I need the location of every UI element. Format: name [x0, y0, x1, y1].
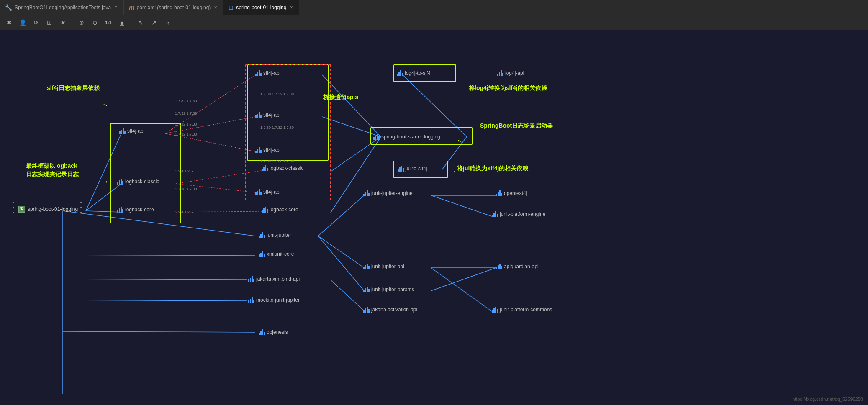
- toolbar-btn-rect[interactable]: ▣: [116, 17, 128, 28]
- svg-line-30: [331, 280, 364, 311]
- node-label-log4j-to-slf4j: log4j-to-slf4j: [405, 70, 432, 76]
- toolbar-btn-refresh[interactable]: ↺: [30, 17, 42, 28]
- root-node: 🏗 spring-boot-01-logging: [18, 206, 78, 213]
- toolbar-btn-grid[interactable]: ⊞: [44, 17, 55, 28]
- svg-line-18: [63, 255, 255, 256]
- arrow-logback: →: [101, 177, 109, 186]
- node-junit-platform-engine: junit-platform-engine: [492, 211, 545, 217]
- toolbar-btn-zoom-out[interactable]: ⊖: [89, 17, 101, 28]
- toolbar-btn-export-left[interactable]: ↖: [135, 17, 146, 28]
- toolbar-btn-person[interactable]: 👤: [17, 17, 28, 28]
- node-jakarta-xml: jakarta.xml.bind-api: [248, 276, 300, 282]
- node-slf4j-api-top: slf4j-api: [255, 70, 280, 76]
- tab-label-2: pom.xml (spring-boot-01-logging): [137, 5, 211, 10]
- toolbar-btn-fit[interactable]: 1:1: [103, 17, 114, 28]
- tab-springboot-tests[interactable]: 🔧 SpringBootO1LoggingApplicationTests.ja…: [0, 0, 124, 15]
- node-slf4j-api-mid: slf4j-api: [255, 112, 280, 118]
- bar-icon-jakarta-xml: [248, 276, 254, 282]
- root-label: spring-boot-01-logging: [28, 206, 78, 212]
- canvas-area[interactable]: slf4j日志抽象层依赖 最终框架以logback日志实现类记录日志 桥接遗留a…: [0, 30, 868, 405]
- bar-icon-jakarta-activation: [363, 307, 370, 313]
- node-xmlunit-core: xmlunit-core: [259, 251, 294, 257]
- toolbar-separator-1: [72, 18, 72, 27]
- node-junit-jupiter-params: junit-jupiter-params: [363, 287, 414, 292]
- node-apiguardian-api: apiguardian-api: [496, 264, 539, 269]
- node-label-logback-classic-right: logback-classic: [270, 165, 303, 171]
- svg-line-19: [63, 279, 247, 280]
- bar-icon-logback-core-right: [262, 207, 268, 213]
- tab-dependency[interactable]: ⊞ spring-boot-01-logging ✕: [223, 0, 299, 15]
- node-label-xmlunit-core: xmlunit-core: [267, 251, 294, 257]
- bar-icon-slf4j-top: [255, 70, 262, 76]
- svg-line-23: [318, 236, 364, 268]
- node-junit-jupiter-engine: junit-jupiter-engine: [363, 190, 413, 196]
- tab-label-3: spring-boot-01-logging: [236, 5, 286, 10]
- tab-close-1[interactable]: ✕: [113, 5, 118, 10]
- bar-icon-mockito: [248, 297, 254, 303]
- tab-label-1: SpringBootO1LoggingApplicationTests.java: [15, 5, 111, 10]
- version-1732-1730: 1.7.32 1.7.30: [175, 99, 197, 103]
- dot4: [80, 202, 82, 203]
- bar-icon-log4j-to-slf4j: [397, 70, 403, 76]
- svg-line-21: [63, 331, 255, 332]
- tab-icon-2: m: [129, 4, 134, 11]
- toolbar-btn-print[interactable]: 🖨: [162, 17, 173, 28]
- bar-icon-xmlunit-core: [259, 251, 265, 257]
- svg-line-20: [63, 300, 247, 301]
- svg-line-24: [318, 236, 364, 291]
- node-junit-jupiter: junit-jupiter: [259, 232, 291, 238]
- node-label-logback-core-left: logback-core: [125, 207, 154, 213]
- label-log4j-convert: 将log4j转换为slf4j的相关依赖: [469, 85, 547, 92]
- dot6: [80, 212, 82, 213]
- toolbar-separator-2: [131, 18, 131, 27]
- bar-icon-jul-to-slf4j: [398, 166, 404, 172]
- toolbar-btn-eye[interactable]: 👁: [57, 17, 69, 28]
- version-1730-1732: 1.7.32 1.7.30: [175, 122, 197, 126]
- node-label-logback-classic-left: logback-classic: [125, 179, 159, 185]
- node-label-slf4j-top: slf4j-api: [263, 70, 280, 76]
- node-opentest4j: opentest4j: [496, 190, 527, 196]
- node-junit-platform-commons: junit-platform-commons: [492, 307, 552, 313]
- version-top-1730: 1.7.30 1.7.32 1.7.30: [260, 92, 294, 96]
- bar-icon-slf4j-small: [255, 189, 262, 195]
- bar-icon-spring-boot-logging: [373, 134, 380, 140]
- node-log4j-to-slf4j: log4j-to-slf4j: [397, 70, 432, 76]
- node-junit-jupiter-api: junit-jupiter-api: [363, 264, 404, 269]
- bar-icon-junit-api: [363, 264, 370, 269]
- bar-icon-platform-engine: [492, 211, 498, 217]
- node-label-platform-commons: junit-platform-commons: [500, 307, 552, 313]
- version-1732-1738: 1.7.32 1.7.30: [175, 111, 197, 115]
- label-springboot-launcher: SpringBoot日志场景启动器: [480, 122, 553, 130]
- tab-pomxml[interactable]: m pom.xml (spring-boot-01-logging) ✕: [124, 0, 223, 15]
- tab-close-3[interactable]: ✕: [289, 5, 294, 10]
- bar-icon-log4j-api: [497, 70, 503, 76]
- node-label-objenesis: objenesis: [267, 329, 288, 335]
- toolbar-btn-zoom-in[interactable]: ⊕: [76, 17, 87, 28]
- node-label-mockito: mockito-junit-jupiter: [256, 297, 300, 303]
- bar-icon-slf4j-left: [119, 128, 126, 134]
- node-label-log4j-api: log4j-api: [505, 70, 524, 76]
- bar-icon-logback-classic-right: [262, 165, 268, 171]
- node-logback-classic-left: logback-classic: [117, 179, 159, 185]
- bar-icon-slf4j-mid: [255, 112, 262, 118]
- node-label-slf4j-mid: slf4j-api: [263, 112, 280, 118]
- node-slf4j-api-small: slf4j-api: [255, 189, 280, 195]
- tab-close-2[interactable]: ✕: [213, 5, 218, 10]
- toolbar-btn-pointer[interactable]: ✖: [3, 17, 15, 28]
- bar-icon-apiguardian: [496, 264, 502, 269]
- tab-icon-3: ⊞: [229, 4, 234, 11]
- svg-line-12: [331, 137, 381, 213]
- node-label-slf4j-small: slf4j-api: [263, 189, 280, 195]
- toolbar-btn-export-right[interactable]: ↗: [148, 17, 160, 28]
- version-1241b: 1.2.4.1 2.5: [175, 210, 193, 214]
- dot5: [80, 207, 82, 208]
- tab-bar: 🔧 SpringBootO1LoggingApplicationTests.ja…: [0, 0, 868, 15]
- arrow-bridge: ←: [347, 92, 356, 102]
- version-1730-1740: 1.7.32 1.7.30: [175, 132, 197, 136]
- dot3: [13, 212, 14, 213]
- node-slf4j-api-left: slf4j-api: [119, 128, 144, 134]
- bar-icon-logback-classic-left: [117, 179, 123, 185]
- version-1241-25: 1.2.4.1 2.5: [175, 169, 193, 173]
- node-label-jul-to-slf4j: jul-to-slf4j: [406, 166, 427, 172]
- node-label-junit-engine: junit-jupiter-engine: [371, 190, 413, 196]
